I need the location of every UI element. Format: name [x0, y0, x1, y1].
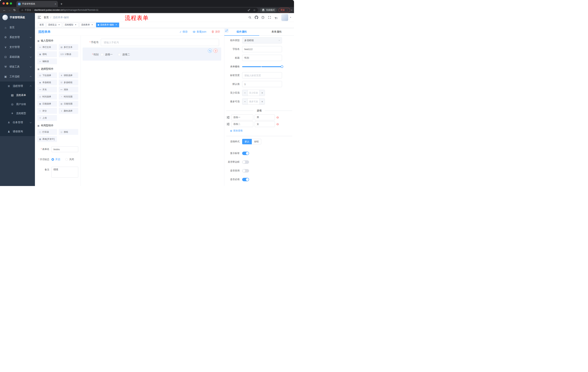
- palette-item[interactable]: ◷时间选择: [37, 94, 57, 100]
- warning-icon[interactable]: ⚠: [21, 9, 23, 11]
- radio-open[interactable]: 开启: [52, 158, 60, 161]
- checkbox-box[interactable]: [118, 53, 121, 56]
- new-tab-button[interactable]: +: [60, 2, 63, 6]
- toggle-off[interactable]: [242, 160, 249, 164]
- style-button-button[interactable]: 按钮: [252, 139, 261, 144]
- palette-item[interactable]: ▥日期范围: [59, 101, 78, 107]
- chevron-down-icon[interactable]: ▾: [290, 16, 291, 19]
- option-value-input[interactable]: [255, 121, 275, 127]
- sidebar-item-payment[interactable]: ¥支付管理: [0, 42, 35, 52]
- tab-close-icon[interactable]: ×: [55, 2, 56, 5]
- close-icon[interactable]: ×: [74, 23, 77, 26]
- palette-item[interactable]: ▣密码: [37, 51, 57, 57]
- app-logo[interactable]: 芋道管理系统: [0, 13, 35, 22]
- omnibox[interactable]: ⚠ 不安全 dashboard.yudao.iocoder.cn/bpm/man…: [19, 8, 258, 12]
- palette-item[interactable]: ▢行容器: [37, 129, 57, 135]
- update-browser-button[interactable]: 更新 ⋮: [279, 8, 290, 12]
- save-button[interactable]: ✓ 保存: [179, 30, 188, 33]
- palette-item[interactable]: ▦日期选择: [37, 101, 57, 107]
- toggle-on[interactable]: [242, 178, 249, 181]
- delete-widget-button[interactable]: [214, 49, 218, 53]
- palette-item[interactable]: ⊷滑块: [59, 87, 78, 93]
- close-icon[interactable]: ×: [91, 23, 94, 26]
- help-icon[interactable]: [261, 15, 265, 20]
- palette-item[interactable]: ◉单选框组: [37, 80, 57, 85]
- forward-icon[interactable]: →: [7, 8, 12, 12]
- option-value-input[interactable]: [255, 115, 275, 120]
- default-value-input[interactable]: [242, 81, 282, 87]
- sidebar-item-system[interactable]: ⚙系统管理: [0, 32, 35, 42]
- sidebar-item-user-group[interactable]: ◎用户分组: [0, 100, 35, 109]
- tab-component-props[interactable]: 组件属性: [224, 28, 259, 35]
- link-icon[interactable]: [225, 29, 229, 32]
- palette-item[interactable]: ◔时间范围: [59, 94, 78, 100]
- browser-menu-icon[interactable]: ⋮: [286, 9, 288, 11]
- phone-input[interactable]: [101, 39, 219, 46]
- palette-item[interactable]: ☑多选框组: [59, 80, 78, 85]
- sidebar-item-process-form[interactable]: ▤流程表单: [0, 91, 35, 100]
- close-window-button[interactable]: [2, 2, 5, 5]
- font-size-icon[interactable]: TT: [274, 15, 278, 20]
- sidebar-item-devtools[interactable]: ⚒研发工具: [0, 62, 35, 72]
- radio-closed[interactable]: 关闭: [65, 158, 74, 161]
- canvas-field-gender[interactable]: *性别 选项一选项二: [83, 47, 221, 61]
- palette-item[interactable]: ▱编辑器: [37, 58, 57, 64]
- toggle-on[interactable]: [242, 152, 249, 155]
- remark-textarea[interactable]: [52, 167, 78, 178]
- tags-view-tag[interactable]: 流程模型×: [63, 22, 79, 27]
- palette-item[interactable]: ▭单行文本: [37, 44, 57, 50]
- minimize-window-button[interactable]: [6, 2, 8, 5]
- title-input[interactable]: [242, 55, 282, 61]
- checkbox-option[interactable]: 选项二: [118, 53, 130, 56]
- remove-option-icon[interactable]: ⊖: [276, 116, 279, 119]
- close-icon[interactable]: ×: [115, 23, 117, 26]
- decrease-button[interactable]: −: [242, 99, 248, 105]
- field-name-input[interactable]: [242, 46, 282, 52]
- palette-item[interactable]: ▤多行文本: [59, 44, 78, 50]
- view-json-button[interactable]: 查看json: [193, 30, 206, 33]
- tags-view-tag[interactable]: 首页: [38, 22, 45, 27]
- sidebar-item-task-management[interactable]: ⋔任务管理: [0, 118, 35, 127]
- min-select-input[interactable]: [248, 90, 259, 96]
- sidebar-item-infrastructure[interactable]: ⊡基础设施: [0, 52, 35, 62]
- sidebar-item-home[interactable]: ⌂首页: [0, 22, 35, 32]
- form-name-input[interactable]: [52, 146, 78, 152]
- palette-item[interactable]: ☆评分: [37, 108, 57, 114]
- breadcrumb-home[interactable]: 首页: [44, 16, 49, 19]
- palette-item[interactable]: ◑颜色选择: [59, 108, 78, 114]
- checkbox-box[interactable]: [101, 53, 103, 56]
- tab-form-props[interactable]: 表单属性: [259, 28, 294, 35]
- hamburger-icon[interactable]: [38, 16, 41, 19]
- close-icon[interactable]: ×: [58, 23, 60, 26]
- increase-button[interactable]: +: [259, 90, 265, 96]
- sidebar-item-leave-query[interactable]: ♟请假查询: [0, 127, 35, 136]
- slider-handle[interactable]: [281, 65, 283, 68]
- tags-view-tag[interactable]: 流程定义×: [46, 22, 62, 27]
- palette-item[interactable]: ⇧上传: [37, 115, 57, 121]
- fullscreen-icon[interactable]: [267, 15, 272, 20]
- key-icon[interactable]: [247, 8, 251, 12]
- github-icon[interactable]: [254, 15, 258, 20]
- add-option-button[interactable]: ⊕ 添加选项: [230, 129, 294, 132]
- sidebar-item-process-model[interactable]: ✈流程模型: [0, 109, 35, 118]
- increase-button[interactable]: +: [259, 99, 265, 105]
- sidebar-item-workflow[interactable]: ▣工作流程: [0, 72, 35, 82]
- copy-widget-button[interactable]: [208, 49, 212, 53]
- bookmark-star-icon[interactable]: ☆: [253, 9, 256, 11]
- drag-handle-icon[interactable]: [227, 116, 230, 119]
- palette-item[interactable]: ◎下拉选择: [37, 73, 57, 78]
- grid-slider[interactable]: [242, 64, 282, 70]
- clear-button[interactable]: 清空: [211, 30, 220, 33]
- checkbox-option[interactable]: 选项一: [101, 53, 113, 56]
- palette-item[interactable]: ⊶开关: [37, 87, 57, 93]
- palette-item[interactable]: ◻按钮: [59, 129, 78, 135]
- canvas-field-phone[interactable]: *手机号: [83, 39, 221, 46]
- back-icon[interactable]: ←: [2, 8, 7, 12]
- reload-icon[interactable]: ↻: [12, 8, 17, 12]
- drag-handle-icon[interactable]: [227, 123, 230, 126]
- toggle-off[interactable]: [242, 169, 249, 172]
- style-default-button[interactable]: 默认: [242, 139, 252, 144]
- component-type-select[interactable]: 多选框组: [242, 37, 282, 43]
- palette-item[interactable]: 123计数器: [59, 51, 78, 57]
- browser-tab[interactable]: 芋道管理系统 ×: [16, 1, 58, 7]
